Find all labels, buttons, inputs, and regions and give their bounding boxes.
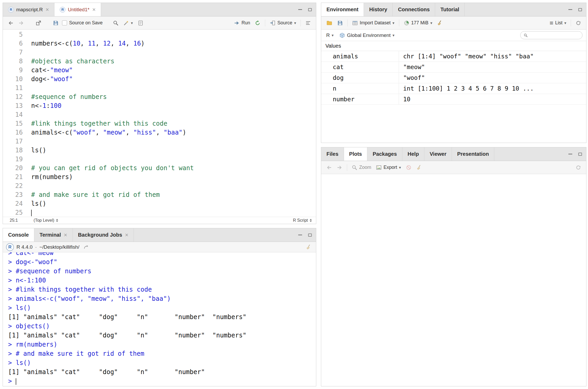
run-button[interactable]: Run bbox=[232, 19, 251, 27]
editor-line-17[interactable]: 17 bbox=[3, 137, 316, 146]
back-button[interactable] bbox=[7, 19, 15, 27]
minimize-pane-button[interactable] bbox=[297, 232, 303, 238]
load-workspace-button[interactable] bbox=[325, 19, 334, 27]
environment-tab-tutorial[interactable]: Tutorial bbox=[435, 3, 465, 16]
refresh-environment-button[interactable] bbox=[574, 19, 583, 27]
source-button[interactable]: Source▾ bbox=[268, 19, 297, 27]
save-workspace-button[interactable] bbox=[336, 19, 344, 27]
console-pane: ConsoleTerminal×Background Jobs× R R 4.4… bbox=[3, 228, 316, 386]
remove-plot-button[interactable] bbox=[404, 164, 413, 171]
environment-variable-list: animalschr [1:4] "woof" "meow" "hiss" "b… bbox=[321, 51, 586, 105]
editor-line-22[interactable]: 22 bbox=[3, 181, 316, 190]
editor-line-7[interactable]: 7 bbox=[3, 48, 316, 57]
close-tab-icon[interactable]: × bbox=[92, 7, 96, 13]
clear-objects-button[interactable] bbox=[436, 19, 444, 27]
up-down-arrows-icon bbox=[310, 219, 312, 222]
plots-tab-plots[interactable]: Plots bbox=[344, 147, 368, 161]
zoom-plot-button[interactable]: Zoom bbox=[350, 164, 373, 171]
circle-slash-icon bbox=[406, 165, 412, 170]
clear-console-button[interactable] bbox=[304, 243, 313, 251]
editor-line-11[interactable]: 11 bbox=[3, 84, 316, 92]
code-text: #link things together with this code bbox=[31, 119, 167, 128]
env-variable-row-dog[interactable]: dog"woof" bbox=[321, 73, 586, 83]
editor-line-14[interactable]: 14 bbox=[3, 110, 316, 119]
env-variable-row-cat[interactable]: cat"meow" bbox=[321, 62, 586, 73]
source-tab-mapscript-r[interactable]: Rmapscript.R× bbox=[3, 3, 54, 16]
compile-report-button[interactable] bbox=[136, 19, 145, 27]
rerun-button[interactable] bbox=[253, 19, 262, 27]
open-in-new-window-button[interactable] bbox=[34, 19, 43, 27]
editor-line-23[interactable]: 23# and make sure it got rid of them bbox=[3, 190, 316, 199]
maximize-pane-button[interactable] bbox=[577, 151, 583, 157]
minimize-pane-button[interactable] bbox=[567, 7, 573, 13]
clear-all-plots-button[interactable] bbox=[415, 164, 423, 171]
code-text: ls() bbox=[31, 146, 46, 155]
editor-line-24[interactable]: 24ls() bbox=[3, 199, 316, 208]
editor-line-20[interactable]: 20# you can get rid of objects you don't… bbox=[3, 164, 316, 173]
forward-button[interactable] bbox=[17, 19, 25, 27]
find-replace-button[interactable] bbox=[112, 19, 120, 27]
go-to-directory-button[interactable] bbox=[82, 243, 90, 251]
editor-line-10[interactable]: 10dog<-"woof" bbox=[3, 75, 316, 84]
minimize-pane-button[interactable] bbox=[297, 7, 303, 13]
env-variable-row-animals[interactable]: animalschr [1:4] "woof" "meow" "hiss" "b… bbox=[321, 51, 586, 62]
source-tab-untitled1[interactable]: RUntitled1*× bbox=[54, 3, 101, 16]
next-plot-button[interactable] bbox=[335, 164, 344, 171]
save-button[interactable] bbox=[52, 19, 60, 27]
plots-tab-viewer[interactable]: Viewer bbox=[424, 147, 452, 161]
share-arrow-icon bbox=[83, 244, 89, 250]
scope-selector[interactable]: (Top Level) bbox=[34, 218, 58, 223]
editor-line-13[interactable]: 13n<-1:100 bbox=[3, 101, 316, 110]
plots-tab-packages[interactable]: Packages bbox=[367, 147, 402, 161]
editor-line-12[interactable]: 12#sequence of numbers bbox=[3, 92, 316, 101]
environment-tab-connections[interactable]: Connections bbox=[393, 3, 435, 16]
environment-tab-strip: EnvironmentHistoryConnectionsTutorial bbox=[321, 3, 586, 16]
maximize-pane-button[interactable] bbox=[307, 7, 313, 13]
language-selector[interactable]: R▾ bbox=[325, 31, 335, 39]
previous-plot-button[interactable] bbox=[325, 164, 333, 171]
tab-label: Background Jobs bbox=[78, 232, 122, 238]
code-tools-button[interactable]: ▾ bbox=[122, 19, 134, 27]
close-tab-icon[interactable]: × bbox=[125, 232, 129, 238]
environment-scope-selector[interactable]: Global Environment▾ bbox=[338, 31, 396, 39]
editor-line-19[interactable]: 19 bbox=[3, 155, 316, 164]
editor-line-6[interactable]: 6numbers<-c(10, 11, 12, 14, 16) bbox=[3, 39, 316, 48]
close-tab-icon[interactable]: × bbox=[64, 232, 67, 238]
environment-tab-environment[interactable]: Environment bbox=[321, 3, 364, 16]
close-tab-icon[interactable]: × bbox=[46, 7, 49, 13]
console-tab-console[interactable]: Console bbox=[3, 228, 34, 242]
memory-usage-button[interactable]: 177 MiB▾ bbox=[402, 19, 434, 27]
code-editor[interactable]: 56numbers<-c(10, 11, 12, 14, 16)78#objec… bbox=[3, 30, 316, 217]
maximize-pane-button[interactable] bbox=[307, 232, 313, 238]
import-dataset-label: Import Dataset bbox=[360, 20, 391, 26]
refresh-plots-button[interactable] bbox=[574, 164, 583, 171]
editor-line-8[interactable]: 8#objects as characters bbox=[3, 57, 316, 66]
env-variable-row-number[interactable]: number10 bbox=[321, 94, 586, 105]
save-icon bbox=[337, 20, 343, 26]
console-tab-terminal[interactable]: Terminal× bbox=[34, 228, 73, 242]
editor-line-16[interactable]: 16animals<-c("woof", "meow", "hiss", "ba… bbox=[3, 128, 316, 137]
import-dataset-button[interactable]: Import Dataset▾ bbox=[351, 19, 396, 27]
environment-search-input[interactable] bbox=[530, 33, 579, 38]
editor-line-15[interactable]: 15#link things together with this code bbox=[3, 119, 316, 128]
maximize-pane-button[interactable] bbox=[577, 7, 583, 13]
editor-line-5[interactable]: 5 bbox=[3, 30, 316, 39]
source-on-save-checkbox[interactable] bbox=[62, 20, 67, 25]
view-mode-button[interactable]: ≡List▾ bbox=[548, 19, 568, 27]
editor-line-9[interactable]: 9cat<-"meow" bbox=[3, 66, 316, 75]
file-type-selector[interactable]: R Script bbox=[293, 218, 312, 223]
editor-line-25[interactable]: 25 bbox=[3, 208, 316, 217]
env-variable-row-n[interactable]: nint [1:100] 1 2 3 4 5 6 7 8 9 10 ... bbox=[321, 83, 586, 94]
console-output[interactable]: > cat<-"meow"> dog<-"woof"> #sequence of… bbox=[3, 252, 316, 386]
plots-tab-help[interactable]: Help bbox=[402, 147, 424, 161]
environment-search-box[interactable] bbox=[520, 31, 583, 39]
console-tab-background-jobs[interactable]: Background Jobs× bbox=[73, 228, 134, 242]
document-outline-button[interactable] bbox=[304, 19, 312, 27]
minimize-pane-button[interactable] bbox=[567, 151, 573, 157]
environment-tab-history[interactable]: History bbox=[364, 3, 393, 16]
editor-line-18[interactable]: 18ls() bbox=[3, 146, 316, 155]
editor-line-21[interactable]: 21rm(numbers) bbox=[3, 173, 316, 181]
plots-tab-files[interactable]: Files bbox=[321, 147, 344, 161]
export-plot-button[interactable]: Export▾ bbox=[375, 164, 402, 171]
plots-tab-presentation[interactable]: Presentation bbox=[452, 147, 494, 161]
